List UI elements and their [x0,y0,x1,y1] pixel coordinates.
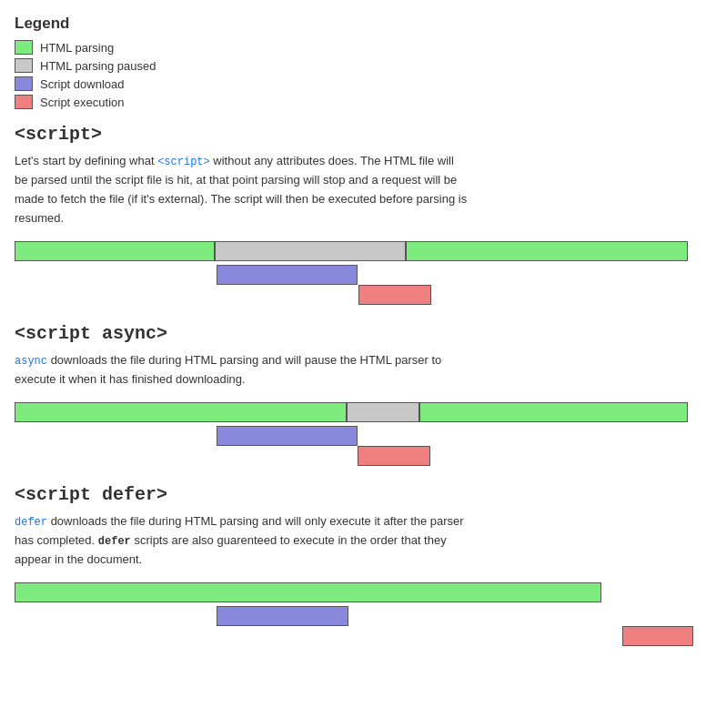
legend-item-html-parsing-paused: HTML parsing paused [15,58,701,73]
legend-color-script-execution [15,95,33,109]
section-defer-heading: <script defer> [15,484,701,505]
diagram-async [15,402,697,466]
legend-section: Legend HTML parsing HTML parsing paused … [15,15,701,109]
legend-color-script-download [15,76,33,91]
legend-label-html-parsing-paused: HTML parsing paused [40,59,156,73]
section-defer-description: defer downloads the file during HTML par… [15,512,469,570]
bar-defer-script-download [217,606,348,626]
section-script: <script> Let's start by defining what <s… [15,124,701,305]
legend-label-script-execution: Script execution [40,96,125,109]
legend-item-script-execution: Script execution [15,95,701,109]
bar-script-execution [358,285,431,305]
legend-item-script-download: Script download [15,76,701,91]
bar-html-parse-right [406,241,688,261]
legend-color-html-parsing [15,40,33,55]
bar-async-script-download [217,426,358,446]
legend-color-html-parsing-paused [15,58,33,73]
section-async-description: async downloads the file during HTML par… [15,351,469,389]
diagram-script [15,241,697,305]
section-async-heading: <script async> [15,323,701,344]
section-script-heading: <script> [15,124,701,145]
bar-async-html-parse-left [15,402,347,422]
legend-label-html-parsing: HTML parsing [40,41,114,55]
legend-label-script-download: Script download [40,77,125,91]
legend-title: Legend [15,15,701,33]
bar-async-html-parse-right [419,402,688,422]
bar-html-paused [215,241,406,261]
bar-script-download [217,265,358,285]
bar-defer-script-execution [622,626,693,646]
legend-item-html-parsing: HTML parsing [15,40,701,55]
bar-defer-html-parse [15,582,601,602]
section-script-defer: <script defer> defer downloads the file … [15,484,701,655]
section-script-async: <script async> async downloads the file … [15,323,701,466]
bar-html-parse-left [15,241,215,261]
bar-async-html-paused [347,402,419,422]
diagram-defer [15,582,697,655]
bar-async-script-execution [358,446,430,466]
section-script-description: Let's start by defining what <script> wi… [15,152,469,228]
